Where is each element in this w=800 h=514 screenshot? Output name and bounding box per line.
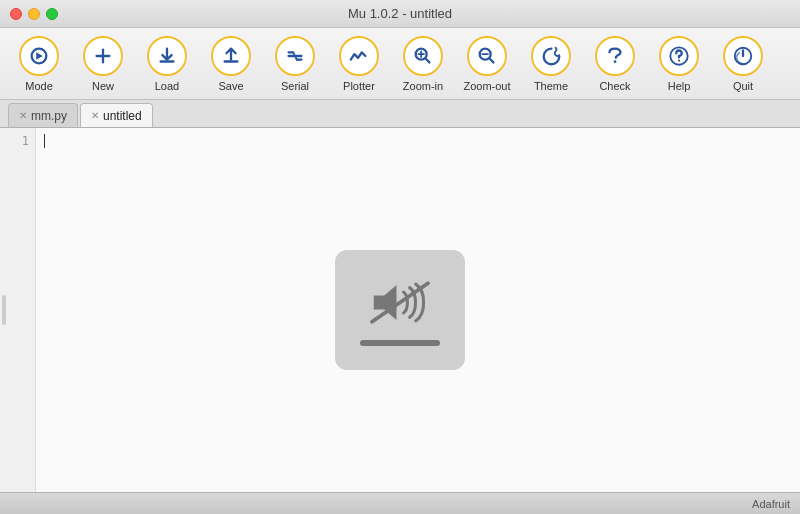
status-bar: Adafruit bbox=[0, 492, 800, 514]
quit-icon bbox=[723, 36, 763, 76]
resize-handle[interactable] bbox=[0, 128, 8, 492]
save-label: Save bbox=[218, 80, 243, 92]
new-icon bbox=[83, 36, 123, 76]
mute-icon bbox=[365, 275, 435, 330]
zoom-out-label: Zoom-out bbox=[463, 80, 510, 92]
toolbar: Mode New Load Save bbox=[0, 28, 800, 100]
quit-label: Quit bbox=[733, 80, 753, 92]
new-label: New bbox=[92, 80, 114, 92]
title-bar: Mu 1.0.2 - untitled bbox=[0, 0, 800, 28]
traffic-lights bbox=[10, 8, 58, 20]
tab-mm-py[interactable]: ✕ mm.py bbox=[8, 103, 78, 127]
serial-label: Serial bbox=[281, 80, 309, 92]
status-adafruit: Adafruit bbox=[752, 498, 790, 510]
check-label: Check bbox=[599, 80, 630, 92]
plotter-label: Plotter bbox=[343, 80, 375, 92]
serial-icon bbox=[275, 36, 315, 76]
zoom-out-icon bbox=[467, 36, 507, 76]
help-icon bbox=[659, 36, 699, 76]
check-button[interactable]: Check bbox=[584, 34, 646, 94]
plotter-icon bbox=[339, 36, 379, 76]
maximize-button[interactable] bbox=[46, 8, 58, 20]
theme-icon bbox=[531, 36, 571, 76]
editor-area[interactable]: 1 bbox=[0, 128, 800, 492]
load-icon bbox=[147, 36, 187, 76]
tab-untitled-label: untitled bbox=[103, 109, 142, 123]
check-icon bbox=[595, 36, 635, 76]
mode-icon bbox=[19, 36, 59, 76]
zoom-in-icon bbox=[403, 36, 443, 76]
load-button[interactable]: Load bbox=[136, 34, 198, 94]
save-button[interactable]: Save bbox=[200, 34, 262, 94]
minimize-button[interactable] bbox=[28, 8, 40, 20]
quit-button[interactable]: Quit bbox=[712, 34, 774, 94]
load-label: Load bbox=[155, 80, 179, 92]
serial-button[interactable]: Serial bbox=[264, 34, 326, 94]
theme-label: Theme bbox=[534, 80, 568, 92]
mode-button[interactable]: Mode bbox=[8, 34, 70, 94]
mute-overlay bbox=[335, 250, 465, 370]
zoom-out-button[interactable]: Zoom-out bbox=[456, 34, 518, 94]
svg-point-11 bbox=[678, 59, 680, 61]
zoom-in-label: Zoom-in bbox=[403, 80, 443, 92]
save-icon bbox=[211, 36, 251, 76]
plotter-button[interactable]: Plotter bbox=[328, 34, 390, 94]
window-title: Mu 1.0.2 - untitled bbox=[348, 6, 452, 21]
tabs-bar: ✕ mm.py ✕ untitled bbox=[0, 100, 800, 128]
tab-mm-py-close[interactable]: ✕ bbox=[19, 111, 27, 121]
cursor-line bbox=[44, 132, 792, 150]
new-button[interactable]: New bbox=[72, 34, 134, 94]
tab-untitled[interactable]: ✕ untitled bbox=[80, 103, 153, 127]
mode-label: Mode bbox=[25, 80, 53, 92]
tab-mm-py-label: mm.py bbox=[31, 109, 67, 123]
zoom-in-button[interactable]: Zoom-in bbox=[392, 34, 454, 94]
help-button[interactable]: Help bbox=[648, 34, 710, 94]
line-number-1: 1 bbox=[22, 132, 29, 150]
help-label: Help bbox=[668, 80, 691, 92]
svg-line-9 bbox=[489, 58, 493, 62]
close-button[interactable] bbox=[10, 8, 22, 20]
text-cursor bbox=[44, 134, 45, 148]
theme-button[interactable]: Theme bbox=[520, 34, 582, 94]
mute-progress-bar bbox=[360, 340, 440, 346]
svg-line-6 bbox=[425, 58, 429, 62]
tab-untitled-close[interactable]: ✕ bbox=[91, 111, 99, 121]
resize-handle-indicator bbox=[2, 295, 6, 325]
